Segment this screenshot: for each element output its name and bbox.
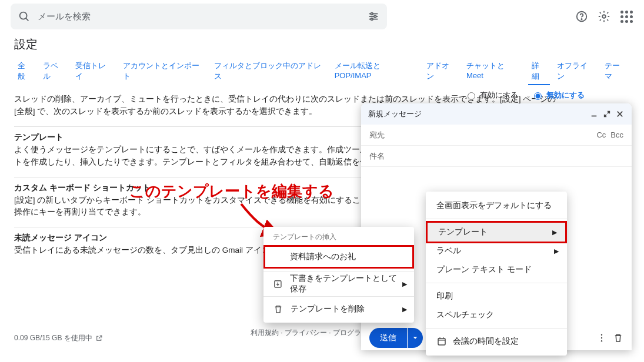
tpl-save-draft[interactable]: 下書きをテンプレートとして保存▶ [263,274,414,294]
search-placeholder: メールを検索 [38,11,367,22]
tab-chat[interactable]: チャットと Meet [463,58,525,85]
svg-point-22 [601,334,602,336]
compose-subject-label: 件名 [369,151,385,162]
row-unread-title: 未読メッセージ アイコン [14,233,107,242]
search-box[interactable]: メールを検索 [11,4,387,29]
open-external-icon [95,334,103,342]
page-title: 設定 [0,33,644,58]
svg-point-10 [602,15,606,18]
svg-point-5 [371,13,373,15]
settings-tabs: 全般 ラベル 受信トレイ アカウントとインポート フィルタとブロック中のアドレス… [0,58,644,89]
compose-to-row[interactable]: 宛先 Cc Bcc [361,125,632,146]
menu-fullscreen[interactable]: 全画面表示をデフォルトにする [426,196,567,215]
send-options-button[interactable] [408,328,423,348]
tab-inbox[interactable]: 受信トレイ [72,58,115,85]
tab-accounts[interactable]: アカウントとインポート [119,58,207,85]
chevron-right-icon: ▶ [554,247,559,255]
trash-icon[interactable] [613,333,623,343]
radio-enable[interactable]: 有効にする [465,90,518,100]
more-icon[interactable] [596,333,607,343]
send-button[interactable]: 送信 [369,328,407,348]
tab-addons[interactable]: アドオン [423,58,459,85]
template-submenu: テンプレートの挿入 資料請求へのお礼 下書きをテンプレートとして保存▶ テンプレ… [263,227,414,323]
compose-title: 新規メッセージ [368,109,422,119]
tab-pop[interactable]: メール転送と POP/IMAP [331,58,419,85]
storage-usage[interactable]: 0.09 GB/15 GB を使用中 [14,333,103,343]
menu-meeting[interactable]: 会議の時間を設定 [426,332,567,351]
compose-subject-row[interactable]: 件名 [361,146,632,167]
svg-point-9 [581,19,582,19]
tab-advanced[interactable]: 詳細 [528,58,550,85]
tab-general[interactable]: 全般 [14,58,36,85]
chevron-right-icon: ▶ [552,229,557,236]
tab-filters[interactable]: フィルタとブロック中のアドレス [211,58,328,85]
close-icon[interactable] [616,110,625,118]
svg-rect-25 [438,338,445,345]
menu-template[interactable]: テンプレート▶ [428,223,565,242]
calendar-icon [436,336,447,347]
tab-theme[interactable]: テーマ [601,58,630,85]
menu-label[interactable]: ラベル▶ [426,242,567,260]
minimize-icon[interactable] [590,110,599,118]
chevron-right-icon: ▶ [402,280,407,288]
tpl-item-1[interactable]: 資料請求へのお礼 [265,247,412,267]
compose-cc[interactable]: Cc [596,130,606,139]
menu-print[interactable]: 印刷 [426,287,567,306]
svg-point-24 [601,340,602,341]
compose-to-label: 宛先 [369,130,385,140]
compose-header[interactable]: 新規メッセージ [361,103,632,125]
compose-bcc[interactable]: Bcc [610,130,623,139]
expand-icon[interactable] [603,110,612,118]
trash-icon [273,304,283,314]
tab-labels[interactable]: ラベル [39,58,68,85]
arrow-down-box-icon [273,279,283,289]
radio-disable[interactable]: 無効にする [531,90,585,100]
tpl-insert-header: テンプレートの挿入 [263,230,414,245]
compose-options-menu: 全画面表示をデフォルトにする テンプレート▶ ラベル▶ プレーン テキスト モー… [426,192,567,356]
search-icon [18,10,31,23]
help-icon[interactable] [575,9,589,24]
apps-icon[interactable] [619,9,633,24]
chevron-right-icon: ▶ [402,306,407,313]
svg-point-6 [374,15,376,18]
menu-spellcheck[interactable]: スペルチェック [426,306,567,324]
row-templates-title: テンプレート [14,133,64,142]
annotation-text: このテンプレートを編集する [129,181,334,202]
tab-offline[interactable]: オフライン [553,58,597,85]
svg-point-7 [371,18,373,21]
gear-icon[interactable] [597,9,611,24]
svg-point-23 [601,337,602,338]
svg-line-1 [26,18,28,21]
tune-icon[interactable] [367,10,380,23]
tpl-delete[interactable]: テンプレートを削除▶ [263,299,414,319]
menu-plain-text[interactable]: プレーン テキスト モード [426,260,567,279]
svg-point-0 [20,12,27,19]
